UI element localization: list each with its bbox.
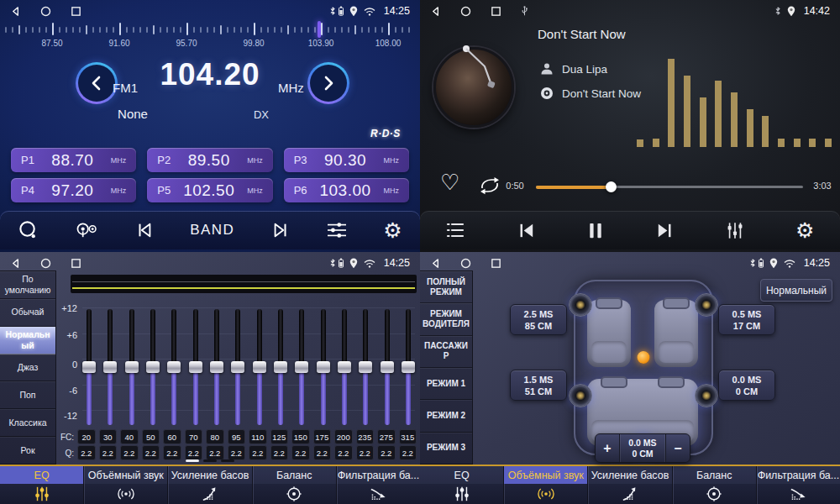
radio-preset-p5[interactable]: P5102.50MHz [147, 178, 272, 202]
q-value-8[interactable]: 2.2 [249, 445, 267, 460]
fc-value-6[interactable]: 80 [206, 429, 224, 444]
slider-thumb[interactable] [167, 361, 181, 373]
tab-balance[interactable]: Баланс [672, 466, 756, 504]
position-preset-button[interactable]: Нормальный [760, 279, 832, 302]
settings-gear-icon[interactable]: ⚙ [795, 220, 814, 241]
mode-item-4[interactable]: РЕЖИМ 2 [420, 400, 472, 432]
q-value-4[interactable]: 2.2 [163, 445, 181, 460]
eq-band-slider-13[interactable] [359, 307, 372, 427]
next-station-icon[interactable] [270, 221, 291, 239]
eq-band-slider-12[interactable] [338, 307, 351, 427]
slider-thumb[interactable] [103, 361, 117, 373]
radio-preset-p2[interactable]: P289.50MHz [147, 148, 272, 172]
tab-eq-sliders[interactable]: EQ [0, 466, 83, 504]
eq-band-slider-9[interactable] [274, 307, 287, 427]
scan-icon[interactable] [18, 220, 39, 241]
slider-thumb[interactable] [210, 361, 223, 373]
slider-thumb[interactable] [253, 361, 266, 373]
eq-band-slider-7[interactable] [231, 307, 244, 427]
back-icon[interactable] [430, 258, 441, 269]
tune-up-button[interactable] [307, 62, 349, 104]
slider-thumb[interactable] [381, 361, 394, 373]
pause-icon[interactable] [587, 221, 604, 240]
eq-band-slider-2[interactable] [125, 307, 139, 427]
recents-icon[interactable] [491, 258, 501, 269]
q-value-0[interactable]: 2.2 [77, 445, 96, 460]
radio-preset-p6[interactable]: P6103.00MHz [284, 178, 409, 202]
audio-settings-icon[interactable] [326, 221, 348, 239]
slider-thumb[interactable] [295, 361, 308, 373]
q-value-2[interactable]: 2.2 [120, 445, 139, 460]
eq-preset-item-5[interactable]: Классика [0, 409, 55, 437]
slider-thumb[interactable] [82, 361, 96, 373]
front-left-delay[interactable]: 2.5 MS 85 CM [510, 304, 567, 335]
fc-value-15[interactable]: 315 [399, 429, 417, 444]
fc-value-0[interactable]: 20 [77, 429, 96, 444]
eq-preset-item-0[interactable]: По умолчанию [0, 271, 55, 299]
broadcast-icon[interactable] [74, 221, 98, 240]
home-icon[interactable] [460, 258, 471, 269]
radio-preset-p1[interactable]: P188.70MHz [11, 148, 136, 172]
slider-thumb[interactable] [274, 361, 287, 373]
fc-value-7[interactable]: 95 [228, 429, 246, 444]
slider-thumb[interactable] [189, 361, 202, 373]
mode-item-0[interactable]: ПОЛНЫЙ РЕЖИМ [420, 271, 472, 303]
fc-value-1[interactable]: 30 [99, 429, 118, 444]
fc-value-3[interactable]: 50 [142, 429, 160, 444]
listening-position-dot[interactable] [638, 351, 650, 364]
slider-thumb[interactable] [146, 361, 160, 373]
tab-balance[interactable]: Баланс [252, 466, 336, 504]
eq-band-slider-4[interactable] [167, 307, 181, 427]
eq-band-slider-3[interactable] [146, 307, 160, 427]
radio-preset-p3[interactable]: P390.30MHz [284, 148, 409, 172]
eq-preset-item-4[interactable]: Поп [0, 381, 55, 409]
rear-left-delay[interactable]: 1.5 MS 51 CM [510, 370, 567, 401]
fc-value-10[interactable]: 150 [291, 429, 310, 444]
slider-thumb[interactable] [338, 361, 351, 373]
slider-thumb[interactable] [402, 361, 415, 373]
q-value-15[interactable]: 2.2 [399, 445, 417, 460]
q-value-5[interactable]: 2.2 [185, 445, 203, 460]
home-icon[interactable] [40, 6, 51, 17]
tab-surround-sound[interactable]: Объёмный звук [503, 466, 587, 504]
q-value-3[interactable]: 2.2 [142, 445, 160, 460]
settings-gear-icon[interactable]: ⚙ [383, 220, 402, 241]
eq-band-slider-10[interactable] [295, 307, 308, 427]
eq-preset-item-1[interactable]: Обычай [0, 299, 55, 327]
home-icon[interactable] [460, 6, 471, 17]
playlist-icon[interactable] [445, 222, 465, 239]
eq-band-slider-14[interactable] [381, 307, 394, 427]
eq-band-slider-5[interactable] [189, 307, 202, 427]
q-value-13[interactable]: 2.2 [356, 445, 375, 460]
mode-item-1[interactable]: РЕЖИМ ВОДИТЕЛЯ [420, 303, 472, 335]
fc-value-14[interactable]: 275 [377, 429, 396, 444]
fc-value-13[interactable]: 235 [356, 429, 375, 444]
eq-band-slider-0[interactable] [82, 307, 96, 427]
band-button[interactable]: BAND [190, 222, 234, 239]
tab-bass-filter[interactable]: Фильтрация ба... [756, 466, 840, 504]
slider-thumb[interactable] [359, 361, 372, 373]
tab-bass-boost[interactable]: Усиление басов [167, 466, 251, 504]
q-value-7[interactable]: 2.2 [228, 445, 246, 460]
q-value-14[interactable]: 2.2 [377, 445, 396, 460]
recents-icon[interactable] [71, 6, 81, 17]
favorite-heart-icon[interactable]: ♡ [440, 171, 459, 193]
recents-icon[interactable] [491, 6, 501, 17]
progress-bar[interactable] [536, 186, 803, 188]
mode-item-2[interactable]: ПАССАЖИР [420, 336, 472, 368]
eq-preset-item-3[interactable]: Джаз [0, 354, 55, 382]
fc-value-12[interactable]: 200 [334, 429, 353, 444]
fc-value-2[interactable]: 40 [120, 429, 139, 444]
mode-item-5[interactable]: РЕЖИМ 3 [420, 433, 472, 465]
front-right-delay[interactable]: 0.5 MS 17 CM [718, 304, 775, 335]
q-value-9[interactable]: 2.2 [270, 445, 289, 460]
tab-bass-filter[interactable]: Фильтрация ба... [336, 466, 420, 504]
eq-preset-item-2[interactable]: Нормальный [0, 327, 55, 354]
frequency-scale[interactable]: 87.5091.6095.7099.80103.90108.00 [0, 22, 420, 52]
progress-thumb[interactable] [606, 181, 617, 192]
tab-surround-sound[interactable]: Объёмный звук [83, 466, 167, 504]
slider-thumb[interactable] [125, 361, 139, 373]
eq-band-slider-15[interactable] [402, 307, 415, 427]
q-value-1[interactable]: 2.2 [99, 445, 118, 460]
home-icon[interactable] [40, 258, 51, 269]
